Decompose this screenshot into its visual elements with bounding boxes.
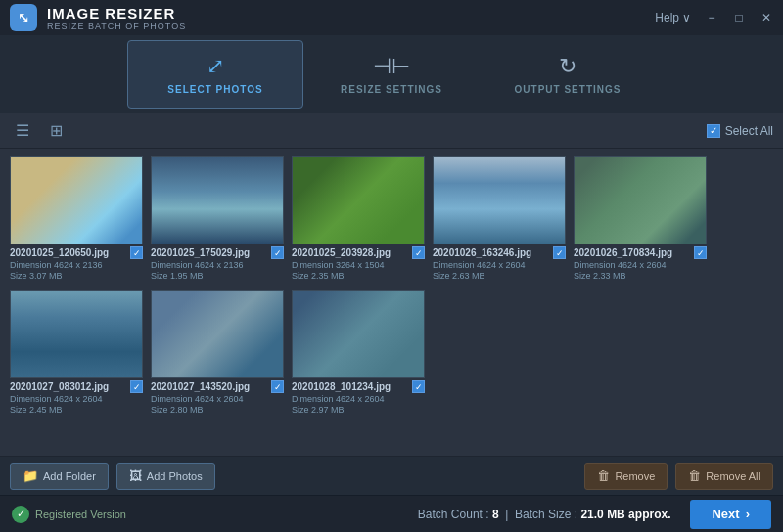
- title-bar-left: ⤡ IMAGE RESIZER RESIZE BATCH OF PHOTOS: [10, 4, 186, 31]
- photo-name-row: 20201026_170834.jpg✓: [574, 246, 707, 259]
- step-output-settings[interactable]: ↻ OUTPUT SETTINGS: [480, 40, 656, 109]
- photo-grid-container: 20201025_120650.jpg✓Dimension 4624 x 213…: [0, 149, 783, 456]
- photo-info: 20201027_083012.jpg✓Dimension 4624 x 260…: [10, 378, 143, 417]
- photo-dimension: Dimension 3264 x 1504: [292, 260, 425, 270]
- maximize-button[interactable]: □: [732, 11, 746, 24]
- batch-info: Batch Count : 8 | Batch Size : 21.0 MB a…: [418, 508, 671, 521]
- photo-dimension: Dimension 4624 x 2604: [574, 260, 707, 270]
- photo-dimension: Dimension 4624 x 2604: [10, 394, 143, 404]
- photo-size: Size 2.35 MB: [292, 271, 425, 281]
- title-info: IMAGE RESIZER RESIZE BATCH OF PHOTOS: [47, 5, 186, 31]
- batch-size-label: Batch Size :: [515, 508, 577, 521]
- photo-size: Size 3.07 MB: [10, 271, 143, 281]
- photo-checkbox[interactable]: ✓: [271, 246, 284, 259]
- photo-info: 20201025_120650.jpg✓Dimension 4624 x 213…: [10, 244, 143, 283]
- photo-checkbox[interactable]: ✓: [412, 246, 425, 259]
- photo-thumbnail: [574, 156, 707, 244]
- photo-size: Size 2.33 MB: [574, 271, 707, 281]
- step-output-settings-label: OUTPUT SETTINGS: [515, 84, 622, 95]
- minimize-button[interactable]: −: [705, 11, 718, 24]
- photo-item[interactable]: 20201027_083012.jpg✓Dimension 4624 x 260…: [10, 290, 143, 417]
- title-bar-controls: Help ∨ − □ ✕: [655, 11, 773, 24]
- photo-dimension: Dimension 4624 x 2604: [292, 394, 425, 404]
- add-photos-button[interactable]: 🖼 Add Photos: [116, 463, 215, 490]
- photo-checkbox[interactable]: ✓: [694, 246, 707, 259]
- photo-checkbox[interactable]: ✓: [412, 380, 425, 393]
- photo-thumb-inner: [575, 157, 706, 244]
- action-bar-right: 🗑 Remove 🗑 Remove All: [584, 463, 773, 490]
- photo-thumbnail: [433, 156, 566, 244]
- photo-name-row: 20201027_143520.jpg✓: [151, 380, 284, 393]
- step-resize-settings[interactable]: ⊣⊢ RESIZE SETTINGS: [303, 40, 480, 109]
- app-title: IMAGE RESIZER: [47, 5, 186, 22]
- photo-thumb-inner: [434, 157, 565, 244]
- remove-button[interactable]: 🗑 Remove: [584, 463, 668, 490]
- photo-name-row: 20201025_120650.jpg✓: [10, 246, 143, 259]
- batch-size-value: 21.0 MB approx.: [580, 508, 670, 521]
- photo-info: 20201026_170834.jpg✓Dimension 4624 x 260…: [574, 244, 707, 283]
- next-button[interactable]: Next ›: [690, 500, 771, 529]
- step-select-photos[interactable]: ⤢ SELECT PHOTOS: [127, 40, 303, 109]
- photo-size: Size 2.45 MB: [10, 405, 143, 415]
- registered-label: Registered Version: [35, 509, 126, 520]
- photo-item[interactable]: 20201025_203928.jpg✓Dimension 3264 x 150…: [292, 156, 425, 283]
- registered-badge: ✓ Registered Version: [12, 506, 126, 523]
- photo-info: 20201028_101234.jpg✓Dimension 4624 x 260…: [292, 378, 425, 417]
- photo-checkbox[interactable]: ✓: [271, 380, 284, 393]
- steps-bar: ⤢ SELECT PHOTOS ⊣⊢ RESIZE SETTINGS ↻ OUT…: [0, 35, 783, 113]
- photo-dimension: Dimension 4624 x 2604: [151, 394, 284, 404]
- batch-count-label: Batch Count :: [418, 508, 489, 521]
- photo-thumbnail: [10, 156, 143, 244]
- photo-name: 20201028_101234.jpg: [292, 381, 391, 392]
- grid-view-button[interactable]: ⊞: [43, 118, 69, 144]
- photo-name: 20201027_083012.jpg: [10, 381, 109, 392]
- photo-item[interactable]: 20201028_101234.jpg✓Dimension 4624 x 260…: [292, 290, 425, 417]
- photo-size: Size 2.80 MB: [151, 405, 284, 415]
- select-all-check-box[interactable]: ✓: [707, 124, 720, 138]
- list-view-button[interactable]: ☰: [10, 118, 35, 144]
- photo-dimension: Dimension 4624 x 2136: [151, 260, 284, 270]
- help-button[interactable]: Help ∨: [655, 11, 691, 24]
- photo-info: 20201025_203928.jpg✓Dimension 3264 x 150…: [292, 244, 425, 283]
- toolbar-right: ✓ Select All: [707, 124, 773, 138]
- status-bar: ✓ Registered Version Batch Count : 8 | B…: [0, 495, 783, 532]
- select-all-checkbox[interactable]: ✓ Select All: [707, 124, 773, 138]
- photo-size: Size 1.95 MB: [151, 271, 284, 281]
- photo-item[interactable]: 20201026_163246.jpg✓Dimension 4624 x 260…: [433, 156, 566, 283]
- separator: |: [505, 508, 508, 521]
- remove-all-button[interactable]: 🗑 Remove All: [675, 463, 773, 490]
- add-folder-label: Add Folder: [43, 470, 96, 482]
- add-folder-icon: 📁: [23, 468, 38, 483]
- photo-item[interactable]: 20201027_143520.jpg✓Dimension 4624 x 260…: [151, 290, 284, 417]
- photo-thumbnail: [151, 156, 284, 244]
- photo-checkbox[interactable]: ✓: [130, 380, 143, 393]
- photo-grid: 20201025_120650.jpg✓Dimension 4624 x 213…: [10, 156, 773, 417]
- action-bar: 📁 Add Folder 🖼 Add Photos 🗑 Remove 🗑 Rem…: [0, 456, 783, 495]
- photo-item[interactable]: 20201025_120650.jpg✓Dimension 4624 x 213…: [10, 156, 143, 283]
- photo-dimension: Dimension 4624 x 2604: [433, 260, 566, 270]
- app-subtitle: RESIZE BATCH OF PHOTOS: [47, 22, 186, 31]
- title-bar: ⤡ IMAGE RESIZER RESIZE BATCH OF PHOTOS H…: [0, 0, 783, 35]
- select-all-label: Select All: [725, 124, 773, 138]
- photo-name-row: 20201027_083012.jpg✓: [10, 380, 143, 393]
- photo-info: 20201026_163246.jpg✓Dimension 4624 x 260…: [433, 244, 566, 283]
- add-photos-icon: 🖼: [129, 468, 142, 483]
- photo-thumbnail: [292, 156, 425, 244]
- toolbar: ☰ ⊞ ✓ Select All: [0, 113, 783, 149]
- select-photos-icon: ⤢: [207, 54, 224, 79]
- photo-checkbox[interactable]: ✓: [553, 246, 566, 259]
- photo-name-row: 20201026_163246.jpg✓: [433, 246, 566, 259]
- photo-thumb-inner: [293, 291, 424, 377]
- add-folder-button[interactable]: 📁 Add Folder: [10, 463, 109, 490]
- close-button[interactable]: ✕: [760, 11, 773, 24]
- photo-info: 20201025_175029.jpg✓Dimension 4624 x 213…: [151, 244, 284, 283]
- photo-name-row: 20201025_203928.jpg✓: [292, 246, 425, 259]
- photo-info: 20201027_143520.jpg✓Dimension 4624 x 260…: [151, 378, 284, 417]
- photo-checkbox[interactable]: ✓: [130, 246, 143, 259]
- photo-name: 20201027_143520.jpg: [151, 381, 250, 392]
- photo-item[interactable]: 20201026_170834.jpg✓Dimension 4624 x 260…: [574, 156, 707, 283]
- photo-item[interactable]: 20201025_175029.jpg✓Dimension 4624 x 213…: [151, 156, 284, 283]
- photo-name: 20201026_163246.jpg: [433, 247, 531, 258]
- add-photos-label: Add Photos: [147, 470, 203, 482]
- photo-thumb-inner: [152, 157, 283, 244]
